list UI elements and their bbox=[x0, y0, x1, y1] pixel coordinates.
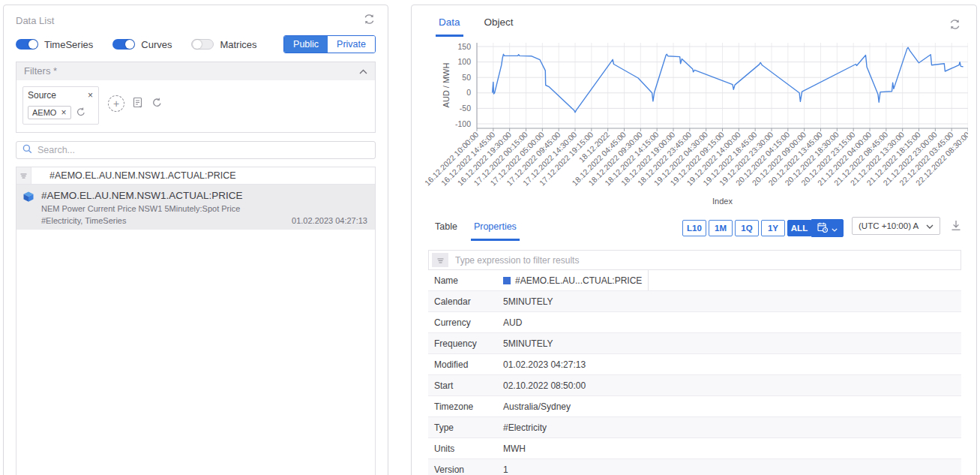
range-1y-button[interactable]: 1Y bbox=[761, 220, 785, 236]
filters-section-header[interactable]: Filters * bbox=[16, 62, 375, 80]
data-list-header: Data List bbox=[16, 11, 376, 34]
search-input[interactable] bbox=[37, 145, 369, 155]
private-button[interactable]: Private bbox=[328, 36, 375, 53]
range-1q-button[interactable]: 1Q bbox=[735, 220, 759, 236]
toggle-knob bbox=[125, 40, 134, 49]
remove-source-filter-button[interactable]: × bbox=[87, 91, 94, 100]
toggle-knob bbox=[193, 40, 202, 49]
y-tick-label: -50 bbox=[460, 104, 471, 113]
list-item[interactable]: #AEMO.EL.AU.NEM.NSW1.ACTUAL:PRICE NEM Po… bbox=[16, 185, 375, 230]
reset-all-filters-button[interactable] bbox=[151, 97, 163, 110]
visibility-segmented-control: Public Private bbox=[283, 35, 376, 53]
data-list-panel: Data List TimeSeries Curves Matrices P bbox=[3, 5, 388, 475]
expression-filter-row bbox=[428, 250, 961, 270]
range-l10-button[interactable]: L10 bbox=[682, 220, 706, 236]
item-modified-timestamp: 01.02.2023 04:27:13 bbox=[292, 216, 367, 225]
tab-data[interactable]: Data bbox=[436, 17, 463, 37]
matrices-toggle-label: Matrices bbox=[220, 39, 256, 50]
refresh-button[interactable] bbox=[949, 18, 961, 33]
chevron-down-icon bbox=[832, 223, 838, 234]
timeseries-toggle-label: TimeSeries bbox=[44, 39, 93, 50]
item-name: #AEMO.EL.AU.NEM.NSW1.ACTUAL:PRICE bbox=[41, 190, 367, 201]
timeseries-toggle[interactable] bbox=[16, 39, 38, 50]
public-button[interactable]: Public bbox=[284, 36, 328, 53]
y-tick-label: 100 bbox=[457, 57, 471, 66]
property-value: 5MINUTELY bbox=[497, 291, 961, 312]
search-icon bbox=[22, 143, 32, 157]
undo-icon bbox=[76, 107, 86, 119]
chevron-down-icon bbox=[926, 221, 934, 230]
matrices-toggle[interactable] bbox=[191, 39, 214, 50]
expression-filter-button[interactable] bbox=[432, 253, 448, 267]
list-filter-cell[interactable] bbox=[16, 167, 31, 184]
property-value: 02.10.2022 08:50:00 bbox=[497, 375, 961, 396]
property-row-units: UnitsMWH bbox=[428, 438, 961, 459]
property-row-modified: Modified01.02.2023 04:27:13 bbox=[428, 354, 961, 375]
chart-area: 150100500-50-10016.12.2022 10:00:0016.12… bbox=[412, 38, 976, 215]
search-box bbox=[16, 141, 376, 159]
range-1m-button[interactable]: 1M bbox=[709, 220, 733, 236]
property-key: Currency bbox=[428, 312, 497, 333]
y-tick-label: 150 bbox=[457, 42, 471, 51]
chevron-up-icon bbox=[359, 65, 367, 77]
property-value: #AEMO.EL.AU...CTUAL:PRICE bbox=[497, 270, 649, 291]
timezone-select[interactable]: (UTC +10:00) A bbox=[852, 217, 940, 235]
property-key: Frequency bbox=[428, 333, 497, 354]
calendar-clock-icon bbox=[817, 222, 828, 235]
series-color-swatch bbox=[503, 277, 511, 284]
filters-toolbar: + bbox=[108, 95, 163, 112]
download-icon bbox=[951, 220, 961, 233]
filters-title: Filters * bbox=[24, 65, 57, 77]
add-filter-button[interactable]: + bbox=[108, 95, 124, 112]
detail-tabs: Data Object bbox=[412, 5, 976, 37]
item-tags: #Electricity, TimeSeries bbox=[41, 216, 127, 225]
property-value: #Electricity bbox=[497, 417, 961, 438]
document-dropdown-icon bbox=[132, 97, 144, 111]
property-key: Version bbox=[428, 459, 497, 475]
app: Data List TimeSeries Curves Matrices P bbox=[0, 0, 980, 475]
aemo-filter-chip[interactable]: AEMO × bbox=[28, 106, 71, 119]
refresh-button[interactable] bbox=[363, 13, 376, 28]
toggle-knob bbox=[28, 40, 37, 49]
property-row-version: Version1 bbox=[428, 459, 961, 475]
remove-aemo-chip-button[interactable]: × bbox=[60, 108, 67, 117]
list-header-title: #AEMO.EL.AU.NEM.NSW1.ACTUAL:PRICE bbox=[31, 167, 236, 184]
y-tick-label: 50 bbox=[462, 73, 471, 82]
curves-toggle[interactable] bbox=[112, 39, 135, 50]
chart-line[interactable] bbox=[493, 47, 963, 113]
date-range-picker-button[interactable] bbox=[811, 219, 844, 237]
range-all-button[interactable]: ALL bbox=[787, 220, 811, 236]
download-button[interactable] bbox=[951, 220, 961, 233]
tab-object[interactable]: Object bbox=[481, 17, 517, 37]
property-value: AUD bbox=[497, 312, 961, 333]
property-key: Timezone bbox=[428, 396, 497, 417]
property-row-start: Start02.10.2022 08:50:00 bbox=[428, 375, 961, 396]
filter-templates-button[interactable] bbox=[132, 97, 144, 111]
property-key: Type bbox=[428, 417, 497, 438]
plus-icon: + bbox=[113, 98, 119, 109]
x-axis-title: Index bbox=[712, 197, 733, 206]
source-filter-label: Source bbox=[28, 90, 56, 101]
subtab-properties[interactable]: Properties bbox=[471, 217, 520, 241]
property-row-currency: CurrencyAUD bbox=[428, 312, 961, 333]
property-row-timezone: TimezoneAustralia/Sydney bbox=[428, 396, 961, 417]
results-list: #AEMO.EL.AU.NEM.NSW1.ACTUAL:PRICE #AEMO.… bbox=[16, 167, 376, 475]
subtab-table[interactable]: Table bbox=[432, 217, 460, 241]
property-key: Modified bbox=[428, 354, 497, 375]
reset-source-filter-button[interactable] bbox=[76, 107, 86, 119]
expression-filter-input[interactable] bbox=[455, 255, 958, 266]
property-value: 1 bbox=[497, 459, 961, 475]
property-key: Calendar bbox=[428, 291, 497, 312]
refresh-icon bbox=[949, 18, 961, 33]
price-chart: 150100500-50-10016.12.2022 10:00:0016.12… bbox=[412, 38, 968, 212]
property-row-calendar: Calendar5MINUTELY bbox=[428, 291, 961, 312]
y-tick-label: -100 bbox=[455, 119, 471, 128]
properties-table: Name#AEMO.EL.AU...CTUAL:PRICECalendar5MI… bbox=[428, 270, 961, 475]
timezone-value: (UTC +10:00) A bbox=[859, 221, 919, 230]
source-filter-group: Source × AEMO × bbox=[22, 86, 99, 125]
property-key: Units bbox=[428, 438, 497, 459]
properties-panel: Name#AEMO.EL.AU...CTUAL:PRICECalendar5MI… bbox=[428, 250, 961, 475]
property-value: 01.02.2023 04:27:13 bbox=[497, 354, 961, 375]
property-key: Start bbox=[428, 375, 497, 396]
filters-section: Filters * Source × AEMO × bbox=[16, 62, 376, 133]
